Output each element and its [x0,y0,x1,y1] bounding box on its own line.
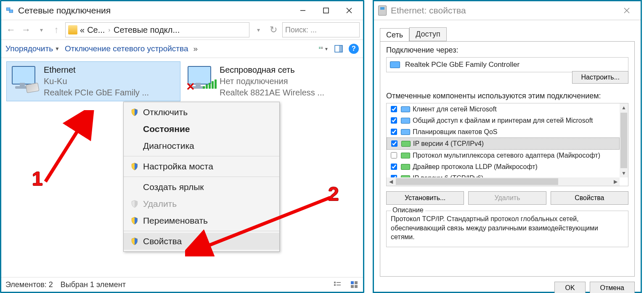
connection-wireless[interactable]: ✕ Беспроводная сеть Нет подключения Real… [182,61,356,101]
button-label: Установить... [405,194,445,201]
close-button[interactable] [615,2,638,19]
nic-card-icon [401,164,410,170]
separator [124,156,279,156]
svg-rect-1 [9,10,13,13]
ok-button[interactable]: OK [554,282,585,293]
up-button[interactable]: ↑ [50,24,63,36]
button-label: Отмена [600,284,624,291]
navigation-bar: ← → ▾ ↑ « Се... › Сетевые подкл... ▾ ↻ П… [1,20,363,40]
properties-button[interactable]: Свойства [551,191,628,205]
component-checkbox[interactable] [391,152,397,158]
ethernet-icon [9,64,40,95]
search-input[interactable]: Поиск: ... [282,22,360,37]
configure-button[interactable]: Настроить... [572,71,628,84]
preview-pane-button[interactable] [334,44,344,54]
organize-label: Упорядочить [5,44,53,53]
scroll-right-icon[interactable]: ▶ [611,177,620,186]
separator [124,177,279,177]
svg-rect-12 [334,282,336,283]
connection-device: Realtek PCIe GbE Family ... [44,87,149,98]
disable-device-button[interactable]: Отключение сетевого устройства [65,44,188,53]
svg-rect-11 [339,45,342,52]
tab-access[interactable]: Доступ [409,27,447,41]
component-row[interactable]: IP версии 6 (TCP/IPv6) [387,172,620,177]
component-checkbox[interactable] [391,164,397,170]
tab-network[interactable]: Сеть [380,28,409,42]
nic-card-icon [401,152,410,159]
shield-icon [130,108,139,116]
scroll-down-icon[interactable]: ▼ [620,169,628,177]
disable-device-label: Отключение сетевого устройства [65,44,188,53]
connection-name: Беспроводная сеть [220,64,324,76]
help-button[interactable]: ? [349,44,359,54]
component-label: Клиент для сетей Microsoft [413,106,497,113]
component-checkbox[interactable] [391,106,397,112]
scroll-thumb[interactable] [620,113,627,168]
more-commands-button[interactable]: » [193,44,198,53]
disconnected-icon: ✕ [186,80,196,90]
menu-label: Создать ярлык [143,182,273,192]
command-bar: Упорядочить ▼ Отключение сетевого устрой… [1,40,363,58]
adapter-box[interactable]: Realtek PCIe GbE Family Controller [386,57,628,72]
close-button[interactable] [337,2,360,19]
vertical-scrollbar[interactable]: ▲ ▼ [620,103,628,177]
svg-rect-6 [319,47,321,48]
menu-disable[interactable]: Отключить [124,104,279,121]
minimize-button[interactable] [291,2,314,19]
horizontal-scrollbar[interactable]: ◀ ▶ [387,177,620,186]
component-row[interactable]: Драйвер протокола LLDP (Майкрософт) [387,161,620,172]
window-title: Сетевые подключения [18,5,291,16]
component-row[interactable]: IP версии 4 (TCP/IPv4) [387,137,620,150]
chevron-down-icon: ▼ [55,46,60,52]
component-row[interactable]: Планировщик пакетов QoS [387,126,620,137]
menu-bridge[interactable]: Настройка моста [124,158,279,175]
component-row[interactable]: Клиент для сетей Microsoft [387,103,620,115]
nic-icon [378,6,387,15]
connect-via-label: Подключение через: [386,46,628,55]
svg-rect-9 [321,48,323,49]
maximize-button[interactable] [314,2,337,19]
menu-label: Удалить [143,199,273,209]
large-icons-view-icon[interactable] [350,280,359,289]
tab-panel-network: Подключение через: Realtek PCIe GbE Fami… [380,41,635,277]
component-label: Протокол мультиплексора сетевого адаптер… [413,152,600,159]
history-dropdown[interactable]: ▾ [35,24,48,36]
cancel-button[interactable]: Отмена [590,282,635,293]
component-checkbox[interactable] [391,129,397,135]
details-view-icon[interactable] [333,280,342,289]
menu-status[interactable]: Состояние [124,121,279,137]
menu-diagnose[interactable]: Диагностика [124,137,279,154]
forward-button[interactable]: → [20,24,32,36]
component-label: Общий доступ к файлам и принтерам для се… [413,117,593,124]
breadcrumb-part[interactable]: Се... [87,25,105,35]
monitor-icon [401,129,410,135]
connection-status: Ku-Ku [44,76,149,87]
breadcrumb-dropdown[interactable]: ▾ [252,24,265,36]
adapter-icon [390,61,402,69]
titlebar: Сетевые подключения [1,1,363,20]
refresh-button[interactable]: ↻ [267,24,280,36]
component-checkbox[interactable] [391,140,398,147]
scroll-thumb[interactable] [396,178,558,185]
breadcrumb[interactable]: « Се... › Сетевые подкл... [65,22,249,37]
svg-rect-17 [355,281,358,284]
view-options-button[interactable]: ▼ [318,44,329,54]
connection-ethernet[interactable]: Ethernet Ku-Ku Realtek PCIe GbE Family .… [6,61,180,101]
shield-icon [130,216,139,225]
menu-rename[interactable]: Переименовать [124,212,279,229]
menu-properties[interactable]: Свойства [124,233,279,250]
organize-button[interactable]: Упорядочить ▼ [5,44,60,53]
component-label: Драйвер протокола LLDP (Майкрософт) [413,163,538,171]
menu-create-shortcut[interactable]: Создать ярлык [124,179,279,195]
scroll-left-icon[interactable]: ◀ [387,177,395,186]
component-row[interactable]: Общий доступ к файлам и принтерам для се… [387,115,620,126]
back-button[interactable]: ← [5,24,17,36]
scroll-up-icon[interactable]: ▲ [620,103,628,112]
component-row[interactable]: Протокол мультиплексора сетевого адаптер… [387,150,620,161]
status-selection: Выбран 1 элемент [61,280,126,289]
menu-label: Состояние [143,124,273,134]
install-button[interactable]: Установить... [386,191,464,205]
component-checkbox[interactable] [391,117,397,124]
menu-label: Настройка моста [143,161,273,172]
breadcrumb-part[interactable]: Сетевые подкл... [114,25,180,35]
